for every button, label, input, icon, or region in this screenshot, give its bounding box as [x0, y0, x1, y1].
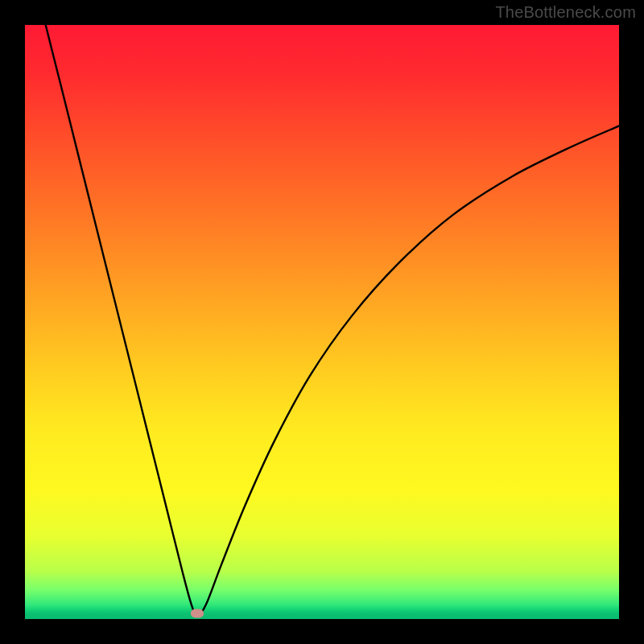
plot-area	[25, 25, 619, 619]
bottleneck-curve	[25, 25, 619, 619]
sweet-spot-marker	[191, 609, 204, 617]
watermark-text: TheBottleneck.com	[495, 3, 636, 22]
chart-frame: TheBottleneck.com	[0, 0, 644, 644]
